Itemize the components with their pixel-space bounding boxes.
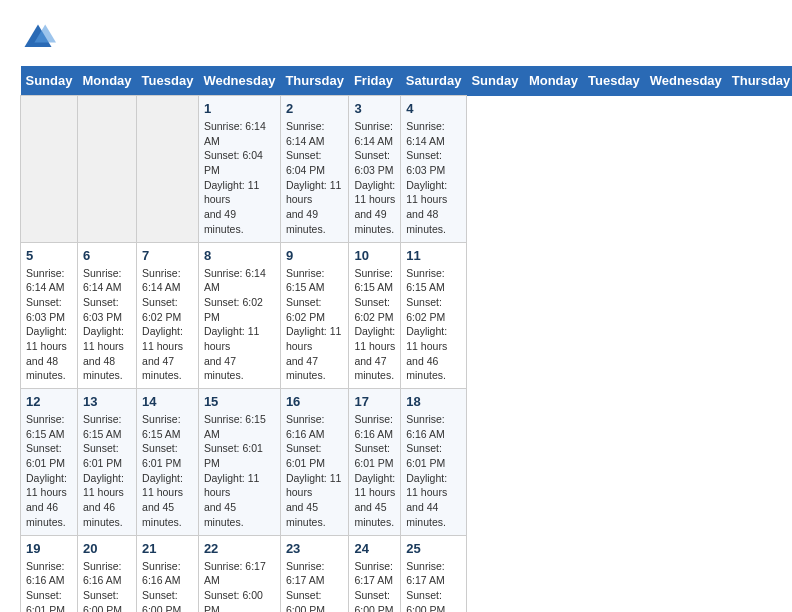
day-number: 20 [83, 541, 131, 556]
day-number: 2 [286, 101, 344, 116]
day-info: Sunrise: 6:14 AM Sunset: 6:02 PM Dayligh… [142, 266, 193, 384]
calendar-cell: 2Sunrise: 6:14 AM Sunset: 6:04 PM Daylig… [280, 96, 349, 243]
calendar-cell: 8Sunrise: 6:14 AM Sunset: 6:02 PM Daylig… [198, 242, 280, 389]
day-info: Sunrise: 6:14 AM Sunset: 6:03 PM Dayligh… [26, 266, 72, 384]
calendar-cell [21, 96, 78, 243]
calendar-cell: 15Sunrise: 6:15 AM Sunset: 6:01 PM Dayli… [198, 389, 280, 536]
header-sunday: Sunday [21, 66, 78, 96]
day-info: Sunrise: 6:14 AM Sunset: 6:03 PM Dayligh… [83, 266, 131, 384]
header-saturday: Saturday [401, 66, 467, 96]
header-day-wednesday: Wednesday [645, 66, 727, 96]
calendar-cell: 18Sunrise: 6:16 AM Sunset: 6:01 PM Dayli… [401, 389, 467, 536]
day-info: Sunrise: 6:15 AM Sunset: 6:02 PM Dayligh… [354, 266, 395, 384]
day-number: 5 [26, 248, 72, 263]
header-day-monday: Monday [524, 66, 583, 96]
day-info: Sunrise: 6:16 AM Sunset: 6:00 PM Dayligh… [142, 559, 193, 613]
day-info: Sunrise: 6:14 AM Sunset: 6:02 PM Dayligh… [204, 266, 275, 384]
logo-icon [20, 20, 56, 56]
page-header [20, 20, 772, 56]
day-info: Sunrise: 6:16 AM Sunset: 6:01 PM Dayligh… [286, 412, 344, 530]
day-number: 9 [286, 248, 344, 263]
day-info: Sunrise: 6:17 AM Sunset: 6:00 PM Dayligh… [354, 559, 395, 613]
calendar-cell: 10Sunrise: 6:15 AM Sunset: 6:02 PM Dayli… [349, 242, 401, 389]
calendar-cell: 11Sunrise: 6:15 AM Sunset: 6:02 PM Dayli… [401, 242, 467, 389]
day-number: 10 [354, 248, 395, 263]
calendar-cell [137, 96, 199, 243]
day-number: 7 [142, 248, 193, 263]
day-number: 19 [26, 541, 72, 556]
calendar-cell: 20Sunrise: 6:16 AM Sunset: 6:00 PM Dayli… [77, 535, 136, 612]
day-info: Sunrise: 6:16 AM Sunset: 6:01 PM Dayligh… [26, 559, 72, 613]
day-info: Sunrise: 6:16 AM Sunset: 6:00 PM Dayligh… [83, 559, 131, 613]
day-info: Sunrise: 6:15 AM Sunset: 6:02 PM Dayligh… [406, 266, 461, 384]
calendar-cell: 4Sunrise: 6:14 AM Sunset: 6:03 PM Daylig… [401, 96, 467, 243]
day-number: 23 [286, 541, 344, 556]
calendar-cell: 9Sunrise: 6:15 AM Sunset: 6:02 PM Daylig… [280, 242, 349, 389]
day-number: 24 [354, 541, 395, 556]
calendar-cell: 19Sunrise: 6:16 AM Sunset: 6:01 PM Dayli… [21, 535, 78, 612]
day-info: Sunrise: 6:15 AM Sunset: 6:01 PM Dayligh… [26, 412, 72, 530]
calendar-week-1: 1Sunrise: 6:14 AM Sunset: 6:04 PM Daylig… [21, 96, 793, 243]
calendar-cell: 17Sunrise: 6:16 AM Sunset: 6:01 PM Dayli… [349, 389, 401, 536]
calendar-cell [77, 96, 136, 243]
header-day-sunday: Sunday [466, 66, 523, 96]
calendar-cell: 25Sunrise: 6:17 AM Sunset: 6:00 PM Dayli… [401, 535, 467, 612]
day-number: 3 [354, 101, 395, 116]
header-day-thursday: Thursday [727, 66, 792, 96]
calendar-cell: 21Sunrise: 6:16 AM Sunset: 6:00 PM Dayli… [137, 535, 199, 612]
day-number: 18 [406, 394, 461, 409]
day-number: 12 [26, 394, 72, 409]
day-number: 25 [406, 541, 461, 556]
header-wednesday: Wednesday [198, 66, 280, 96]
header-thursday: Thursday [280, 66, 349, 96]
calendar-header-row: SundayMondayTuesdayWednesdayThursdayFrid… [21, 66, 793, 96]
day-info: Sunrise: 6:14 AM Sunset: 6:03 PM Dayligh… [406, 119, 461, 237]
calendar-table: SundayMondayTuesdayWednesdayThursdayFrid… [20, 66, 792, 612]
day-number: 6 [83, 248, 131, 263]
day-number: 17 [354, 394, 395, 409]
day-number: 8 [204, 248, 275, 263]
day-info: Sunrise: 6:15 AM Sunset: 6:01 PM Dayligh… [142, 412, 193, 530]
calendar-cell: 3Sunrise: 6:14 AM Sunset: 6:03 PM Daylig… [349, 96, 401, 243]
day-number: 22 [204, 541, 275, 556]
calendar-cell: 13Sunrise: 6:15 AM Sunset: 6:01 PM Dayli… [77, 389, 136, 536]
day-info: Sunrise: 6:15 AM Sunset: 6:01 PM Dayligh… [204, 412, 275, 530]
day-info: Sunrise: 6:17 AM Sunset: 6:00 PM Dayligh… [406, 559, 461, 613]
calendar-cell: 6Sunrise: 6:14 AM Sunset: 6:03 PM Daylig… [77, 242, 136, 389]
calendar-cell: 24Sunrise: 6:17 AM Sunset: 6:00 PM Dayli… [349, 535, 401, 612]
day-number: 1 [204, 101, 275, 116]
calendar-cell: 23Sunrise: 6:17 AM Sunset: 6:00 PM Dayli… [280, 535, 349, 612]
day-info: Sunrise: 6:16 AM Sunset: 6:01 PM Dayligh… [406, 412, 461, 530]
calendar-week-4: 19Sunrise: 6:16 AM Sunset: 6:01 PM Dayli… [21, 535, 793, 612]
calendar-cell: 22Sunrise: 6:17 AM Sunset: 6:00 PM Dayli… [198, 535, 280, 612]
day-number: 16 [286, 394, 344, 409]
calendar-week-3: 12Sunrise: 6:15 AM Sunset: 6:01 PM Dayli… [21, 389, 793, 536]
logo [20, 20, 62, 56]
day-info: Sunrise: 6:16 AM Sunset: 6:01 PM Dayligh… [354, 412, 395, 530]
day-number: 15 [204, 394, 275, 409]
calendar-cell: 16Sunrise: 6:16 AM Sunset: 6:01 PM Dayli… [280, 389, 349, 536]
header-day-tuesday: Tuesday [583, 66, 645, 96]
day-number: 13 [83, 394, 131, 409]
day-info: Sunrise: 6:14 AM Sunset: 6:04 PM Dayligh… [204, 119, 275, 237]
day-number: 14 [142, 394, 193, 409]
calendar-cell: 7Sunrise: 6:14 AM Sunset: 6:02 PM Daylig… [137, 242, 199, 389]
header-tuesday: Tuesday [137, 66, 199, 96]
day-info: Sunrise: 6:14 AM Sunset: 6:03 PM Dayligh… [354, 119, 395, 237]
day-info: Sunrise: 6:15 AM Sunset: 6:02 PM Dayligh… [286, 266, 344, 384]
calendar-cell: 5Sunrise: 6:14 AM Sunset: 6:03 PM Daylig… [21, 242, 78, 389]
calendar-cell: 12Sunrise: 6:15 AM Sunset: 6:01 PM Dayli… [21, 389, 78, 536]
day-info: Sunrise: 6:14 AM Sunset: 6:04 PM Dayligh… [286, 119, 344, 237]
day-info: Sunrise: 6:17 AM Sunset: 6:00 PM Dayligh… [286, 559, 344, 613]
day-info: Sunrise: 6:15 AM Sunset: 6:01 PM Dayligh… [83, 412, 131, 530]
calendar-week-2: 5Sunrise: 6:14 AM Sunset: 6:03 PM Daylig… [21, 242, 793, 389]
day-number: 4 [406, 101, 461, 116]
day-number: 21 [142, 541, 193, 556]
header-monday: Monday [77, 66, 136, 96]
header-friday: Friday [349, 66, 401, 96]
day-number: 11 [406, 248, 461, 263]
calendar-cell: 14Sunrise: 6:15 AM Sunset: 6:01 PM Dayli… [137, 389, 199, 536]
calendar-cell: 1Sunrise: 6:14 AM Sunset: 6:04 PM Daylig… [198, 96, 280, 243]
day-info: Sunrise: 6:17 AM Sunset: 6:00 PM Dayligh… [204, 559, 275, 613]
